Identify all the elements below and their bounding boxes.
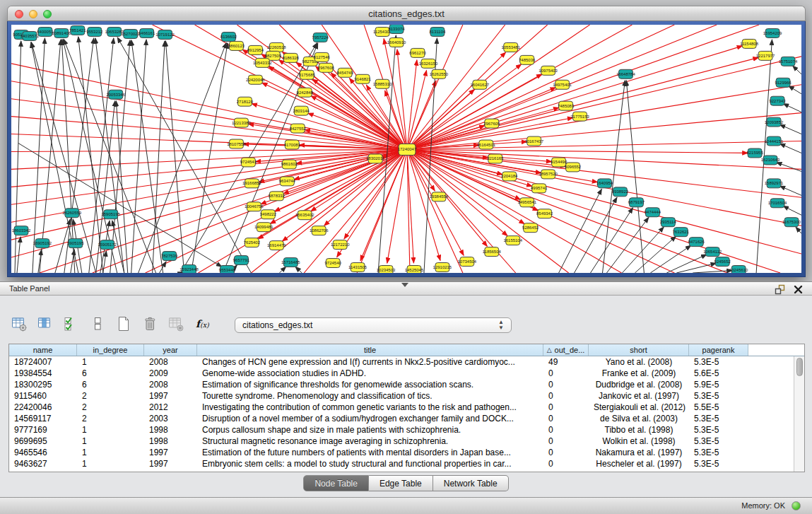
table-cell-title[interactable]: Estimation of significance thresholds fo… — [197, 379, 543, 390]
table-cell-short[interactable]: Stergiakouli et al. (2012) — [589, 402, 689, 413]
table-cell-name[interactable]: 9777169 — [9, 424, 77, 436]
graph-edge[interactable] — [603, 81, 625, 273]
graph-edge[interactable] — [779, 186, 801, 195]
graph-edge[interactable] — [40, 149, 407, 273]
table-cell-out-de[interactable]: 0 — [543, 436, 589, 447]
graph-edge[interactable] — [295, 267, 302, 273]
panel-collapse-handle[interactable] — [401, 283, 408, 287]
graph-edge[interactable] — [131, 40, 163, 273]
table-row[interactable]: 946362711997Embryonic stem cells: a mode… — [9, 458, 804, 469]
table-cell-title[interactable]: Estimation of the future numbers of pati… — [197, 447, 543, 458]
graph-edge[interactable] — [783, 104, 801, 112]
column-header-out-de[interactable]: △out_de... — [543, 344, 589, 356]
graph-edge[interactable] — [407, 25, 759, 149]
graph-edge[interactable] — [407, 60, 417, 150]
table-cell-pagerank[interactable]: 5.3E-5 — [689, 390, 748, 402]
graph-edge[interactable] — [789, 86, 801, 93]
table-row[interactable]: 1938455462009Genome-wide association stu… — [9, 368, 804, 379]
new-column-button[interactable] — [114, 317, 133, 334]
graph-edge[interactable] — [64, 38, 94, 273]
graph-edge[interactable] — [575, 197, 617, 273]
table-cell-out-de[interactable]: 0 — [543, 390, 589, 402]
graph-edge[interactable] — [279, 267, 286, 273]
table-cell-out-de[interactable]: 0 — [543, 424, 589, 436]
table-cell-pagerank[interactable]: 5.3E-5 — [689, 413, 748, 424]
table-cell-in-degree[interactable]: 1 — [77, 424, 144, 436]
column-header-year[interactable]: year — [144, 344, 197, 356]
table-row[interactable]: 977716911998Corpus callosum shape and si… — [9, 424, 804, 436]
table-cell-short[interactable]: Dudbridge et al. (2008) — [589, 379, 689, 390]
table-cell-in-degree[interactable]: 1 — [77, 356, 144, 368]
graph-edge[interactable] — [777, 163, 801, 172]
graph-edge[interactable] — [387, 149, 407, 263]
graph-edge[interactable] — [650, 245, 690, 273]
table-cell-pagerank[interactable]: 5.3E-5 — [689, 356, 748, 368]
table-cell-in-degree[interactable]: 2 — [77, 402, 144, 413]
column-header-in-degree[interactable]: in_degree — [77, 344, 144, 356]
graph-edge[interactable] — [117, 37, 251, 273]
table-cell-name[interactable]: 9465546 — [9, 447, 77, 458]
column-header-pagerank[interactable]: pagerank — [689, 344, 748, 356]
table-cell-in-degree[interactable]: 6 — [77, 368, 144, 379]
vertical-scrollbar[interactable] — [794, 356, 804, 472]
graph-edge[interactable] — [407, 57, 758, 149]
graph-edge[interactable] — [779, 144, 801, 153]
graph-edge[interactable] — [676, 263, 716, 273]
network-canvas[interactable]: 1724004788601238912954222605189827509818… — [11, 25, 801, 273]
show-columns-button[interactable] — [36, 317, 54, 334]
table-cell-title[interactable]: Corpus callosum shape and size in male p… — [197, 424, 543, 436]
graph-edge[interactable] — [11, 117, 407, 150]
graph-edge[interactable] — [11, 149, 407, 151]
table-cell-year[interactable]: 1998 — [144, 424, 197, 436]
table-cell-title[interactable]: Investigating the contribution of common… — [197, 402, 543, 413]
table-cell-title[interactable]: Tourette syndrome. Phenomenology and cla… — [197, 390, 543, 402]
close-panel-button[interactable] — [792, 284, 804, 295]
delete-column-button[interactable] — [141, 317, 159, 334]
select-columns-button[interactable] — [62, 317, 81, 334]
table-cell-name[interactable]: 22420046 — [9, 402, 77, 413]
column-header-short[interactable]: short — [589, 344, 689, 356]
graph-edge[interactable] — [407, 149, 516, 273]
graph-edge[interactable] — [796, 227, 801, 233]
column-header-title[interactable]: title — [197, 344, 543, 356]
table-cell-in-degree[interactable]: 1 — [77, 458, 144, 469]
graph-edge[interactable] — [407, 25, 674, 149]
window-titlebar[interactable]: citations_edges.txt — [7, 6, 806, 21]
table-cell-title[interactable]: Embryonic stem cells: a model to study s… — [197, 458, 543, 469]
table-cell-pagerank[interactable]: 5.3E-5 — [689, 447, 748, 458]
table-cell-name[interactable]: 14569117 — [9, 413, 77, 424]
graph-edge[interactable] — [116, 101, 127, 273]
table-cell-title[interactable]: Changes of HCN gene expression and I(f) … — [197, 356, 543, 368]
table-cell-title[interactable]: Genome-wide association studies in ADHD. — [197, 368, 543, 379]
table-cell-year[interactable]: 1997 — [144, 390, 197, 402]
table-cell-pagerank[interactable]: 5.9E-5 — [689, 379, 748, 390]
table-cell-year[interactable]: 2009 — [144, 368, 197, 379]
row-height-button[interactable] — [88, 317, 107, 334]
delete-table-button[interactable] — [167, 317, 185, 334]
column-header-name[interactable]: name — [9, 344, 77, 356]
graph-edge[interactable] — [192, 43, 228, 273]
table-cell-short[interactable]: Hescheler et al. (1997) — [589, 458, 689, 469]
table-cell-pagerank[interactable]: 5.6E-5 — [689, 368, 748, 379]
graph-edge[interactable] — [606, 217, 648, 273]
table-cell-year[interactable]: 1998 — [144, 436, 197, 447]
table-row[interactable]: 2242004622012Investigating the contribut… — [9, 402, 804, 413]
network-graph[interactable]: 1724004788601238912954222605189827509818… — [11, 25, 801, 273]
table-cell-name[interactable]: 18724007 — [9, 356, 77, 368]
table-cell-short[interactable]: Nakamura et al. (1997) — [589, 447, 689, 458]
table-cell-out-de[interactable]: 0 — [543, 379, 589, 390]
tab-network-table[interactable]: Network Table — [433, 475, 509, 491]
table-cell-in-degree[interactable]: 2 — [77, 390, 144, 402]
table-cell-in-degree[interactable]: 6 — [77, 379, 144, 390]
table-cell-pagerank[interactable]: 5.3E-5 — [689, 458, 748, 469]
table-cell-in-degree[interactable]: 2 — [77, 413, 144, 424]
graph-edge[interactable] — [783, 206, 801, 215]
table-row[interactable]: 911546021997Tourette syndrome. Phenomeno… — [9, 390, 804, 402]
table-mode-button[interactable] — [10, 317, 28, 334]
table-cell-short[interactable]: Yano et al. (2008) — [589, 356, 689, 368]
table-cell-year[interactable]: 2008 — [144, 356, 197, 368]
table-cell-short[interactable]: Franke et al. (2009) — [589, 368, 689, 379]
function-builder-button[interactable]: f(x) — [193, 317, 211, 334]
table-cell-title[interactable]: Structural magnetic resonance image aver… — [197, 436, 543, 447]
scrollbar-thumb[interactable] — [796, 358, 803, 376]
